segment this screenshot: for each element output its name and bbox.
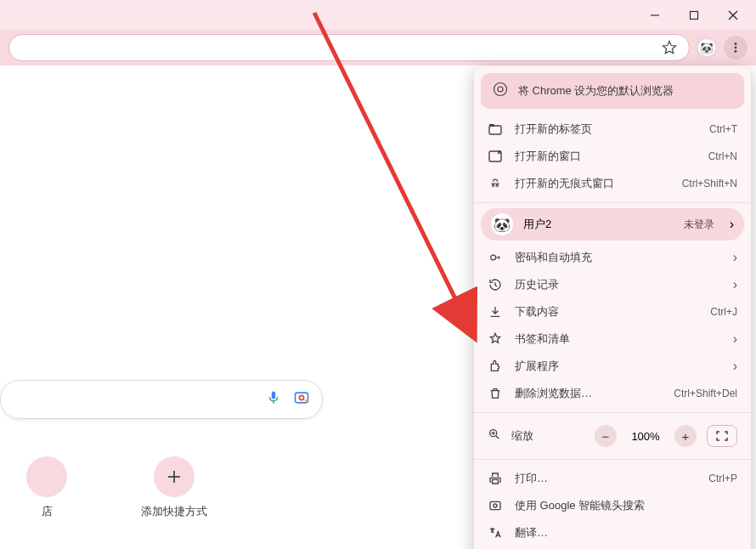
svg-point-16 [498, 87, 503, 92]
download-icon [488, 305, 503, 319]
menu-history[interactable]: 历史记录 › [474, 271, 751, 298]
menu-new-tab[interactable]: 打开新的标签页 Ctrl+T [474, 116, 751, 143]
store-icon [26, 456, 67, 497]
menu-zoom-row: 缩放 − 100% + [474, 418, 751, 454]
close-button[interactable] [714, 2, 753, 29]
menu-extensions[interactable]: 扩展程序 › [474, 353, 751, 380]
translate-icon [488, 526, 503, 540]
chevron-right-icon: › [733, 277, 737, 292]
bookmark-icon [488, 332, 503, 346]
menu-print[interactable]: 打印… Ctrl+P [474, 465, 751, 492]
voice-search-icon[interactable] [266, 388, 281, 410]
lens-icon [488, 499, 503, 512]
lens-search-icon[interactable] [293, 389, 310, 410]
chevron-right-icon: › [733, 359, 737, 374]
svg-point-9 [735, 50, 737, 53]
menu-user-row[interactable]: 🐼 用户2 未登录 › [481, 208, 744, 241]
chevron-right-icon: › [733, 331, 737, 347]
new-window-icon [488, 150, 503, 162]
history-icon [488, 278, 503, 291]
add-shortcut-button[interactable]: 添加快捷方式 [127, 456, 221, 519]
banner-text: 将 Chrome 设为您的默认浏览器 [518, 83, 674, 99]
chrome-dropdown-menu: 将 Chrome 设为您的默认浏览器 打开新的标签页 Ctrl+T 打开新的窗口… [474, 66, 751, 549]
menu-clear-data[interactable]: 删除浏览数据… Ctrl+Shift+Del [474, 380, 751, 407]
svg-rect-18 [489, 124, 494, 127]
chrome-menu-button[interactable] [724, 36, 748, 59]
new-tab-icon [488, 123, 503, 135]
svg-rect-22 [490, 501, 500, 509]
chevron-right-icon: › [733, 250, 737, 265]
menu-passwords[interactable]: 密码和自动填充 › [474, 244, 751, 271]
zoom-out-button[interactable]: − [595, 425, 617, 447]
google-search-box[interactable] [0, 380, 323, 419]
plus-icon [154, 456, 195, 497]
svg-point-8 [735, 47, 737, 49]
shortcut-item-store[interactable]: 店 [0, 456, 93, 519]
minimize-button[interactable] [635, 2, 674, 29]
shortcut-label: 店 [42, 504, 53, 519]
maximize-button[interactable] [674, 2, 714, 29]
profile-avatar-button[interactable]: 🐼 [695, 36, 719, 59]
zoom-percent: 100% [627, 430, 664, 443]
menu-translate[interactable]: 翻译… [474, 519, 751, 546]
chrome-icon [493, 82, 508, 100]
chevron-right-icon: › [730, 217, 734, 232]
svg-point-23 [494, 504, 497, 507]
svg-point-12 [305, 399, 307, 402]
toolbar: 🐼 [0, 30, 756, 65]
extensions-icon [488, 359, 503, 373]
print-icon [488, 472, 503, 485]
zoom-in-button[interactable]: + [674, 425, 697, 447]
shortcut-label: 添加快捷方式 [141, 504, 207, 519]
trash-icon [488, 387, 503, 400]
fullscreen-button[interactable] [707, 425, 737, 447]
svg-text:🐼: 🐼 [700, 42, 714, 55]
shortcut-row: 店 添加快捷方式 [0, 456, 221, 519]
menu-incognito[interactable]: 打开新的无痕式窗口 Ctrl+Shift+N [474, 170, 751, 197]
menu-lens[interactable]: 使用 Google 智能镜头搜索 [474, 492, 751, 519]
default-browser-banner[interactable]: 将 Chrome 设为您的默认浏览器 [481, 73, 744, 109]
zoom-icon [488, 427, 501, 444]
svg-rect-1 [691, 11, 698, 19]
svg-point-15 [494, 83, 507, 96]
menu-bookmarks[interactable]: 书签和清单 › [474, 325, 751, 353]
key-icon [488, 252, 503, 263]
svg-point-7 [735, 42, 737, 45]
user-avatar-icon: 🐼 [491, 213, 513, 235]
menu-downloads[interactable]: 下载内容 Ctrl+J [474, 298, 751, 325]
svg-point-20 [491, 255, 496, 260]
incognito-icon [488, 178, 503, 190]
url-bar[interactable] [8, 34, 690, 61]
window-titlebar [0, 0, 756, 30]
svg-rect-17 [489, 126, 501, 134]
bookmark-star-icon[interactable] [658, 37, 680, 59]
menu-new-window[interactable]: 打开新的窗口 Ctrl+N [474, 143, 751, 170]
svg-point-11 [299, 395, 303, 399]
